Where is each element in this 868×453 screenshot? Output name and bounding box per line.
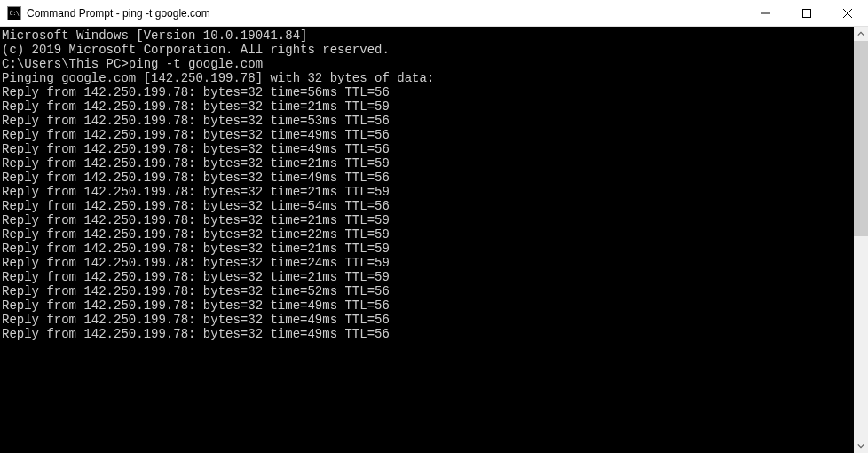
- terminal-line: Reply from 142.250.199.78: bytes=32 time…: [2, 313, 854, 327]
- terminal-line: Reply from 142.250.199.78: bytes=32 time…: [2, 284, 854, 298]
- maximize-button[interactable]: [786, 0, 827, 26]
- terminal-line: Pinging google.com [142.250.199.78] with…: [2, 71, 854, 85]
- titlebar[interactable]: C:\ Command Prompt - ping -t google.com: [0, 0, 868, 27]
- terminal-line: Reply from 142.250.199.78: bytes=32 time…: [2, 242, 854, 256]
- terminal-line: C:\Users\This PC>ping -t google.com: [2, 57, 854, 71]
- command-prompt-window: C:\ Command Prompt - ping -t google.com …: [0, 0, 868, 453]
- terminal-line: Reply from 142.250.199.78: bytes=32 time…: [2, 128, 854, 142]
- terminal-output[interactable]: Microsoft Windows [Version 10.0.19041.84…: [0, 27, 854, 453]
- window-controls: [746, 0, 868, 26]
- terminal-line: Reply from 142.250.199.78: bytes=32 time…: [2, 298, 854, 313]
- chevron-down-icon: [857, 442, 864, 449]
- close-icon: [843, 9, 852, 18]
- terminal-line: Reply from 142.250.199.78: bytes=32 time…: [2, 142, 854, 156]
- terminal-line: Reply from 142.250.199.78: bytes=32 time…: [2, 227, 854, 242]
- maximize-icon: [802, 9, 811, 18]
- terminal-area: Microsoft Windows [Version 10.0.19041.84…: [0, 27, 868, 453]
- scrollbar-down-button[interactable]: [854, 439, 868, 453]
- app-icon: C:\: [7, 6, 21, 20]
- terminal-line: Reply from 142.250.199.78: bytes=32 time…: [2, 114, 854, 128]
- scrollbar-track[interactable]: [854, 41, 868, 439]
- minimize-button[interactable]: [746, 0, 786, 26]
- vertical-scrollbar[interactable]: [854, 27, 868, 453]
- scrollbar-up-button[interactable]: [854, 27, 868, 41]
- close-button[interactable]: [827, 0, 868, 26]
- terminal-line: Reply from 142.250.199.78: bytes=32 time…: [2, 85, 854, 99]
- minimize-icon: [761, 9, 770, 18]
- terminal-line: Reply from 142.250.199.78: bytes=32 time…: [2, 213, 854, 227]
- terminal-line: Reply from 142.250.199.78: bytes=32 time…: [2, 99, 854, 114]
- scrollbar-thumb[interactable]: [854, 41, 868, 236]
- terminal-line: Reply from 142.250.199.78: bytes=32 time…: [2, 256, 854, 270]
- terminal-line: Reply from 142.250.199.78: bytes=32 time…: [2, 270, 854, 284]
- svg-rect-1: [803, 9, 811, 17]
- terminal-line: Reply from 142.250.199.78: bytes=32 time…: [2, 199, 854, 213]
- terminal-line: Microsoft Windows [Version 10.0.19041.84…: [2, 28, 854, 43]
- chevron-up-icon: [857, 30, 864, 37]
- terminal-line: Reply from 142.250.199.78: bytes=32 time…: [2, 156, 854, 171]
- window-title: Command Prompt - ping -t google.com: [27, 7, 746, 20]
- terminal-line: Reply from 142.250.199.78: bytes=32 time…: [2, 327, 854, 341]
- terminal-line: Reply from 142.250.199.78: bytes=32 time…: [2, 171, 854, 185]
- terminal-line: (c) 2019 Microsoft Corporation. All righ…: [2, 43, 854, 57]
- terminal-line: Reply from 142.250.199.78: bytes=32 time…: [2, 185, 854, 199]
